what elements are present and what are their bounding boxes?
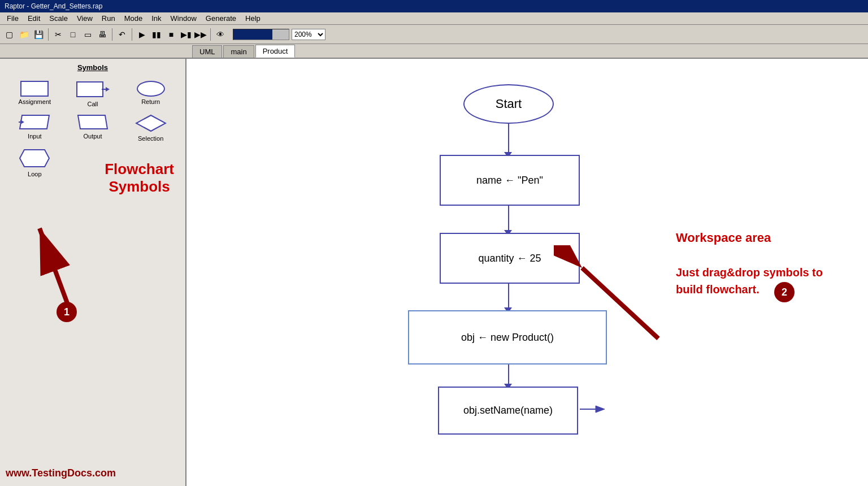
fc-qty-box: quantity ← 25 bbox=[440, 233, 580, 284]
workspace[interactable]: Start name ← "Pen" quantity ← 25 obj ← n… bbox=[186, 59, 868, 486]
svg-line-8 bbox=[40, 228, 68, 305]
workspace-annotation: Workspace area Just drag&drop symbols to… bbox=[676, 228, 823, 298]
call-shape-icon bbox=[76, 81, 110, 99]
symbol-output[interactable]: Output bbox=[65, 112, 121, 144]
qty-box-text: quantity ← 25 bbox=[478, 253, 541, 264]
symbol-return[interactable]: Return bbox=[123, 79, 179, 110]
menu-view[interactable]: View bbox=[72, 13, 97, 24]
workspace-description: Just drag&drop symbols to build flowchar… bbox=[676, 264, 823, 298]
sidebar: Symbols Assignment Call bbox=[0, 59, 186, 486]
call-arrow-svg bbox=[579, 401, 607, 418]
connector-qty-obj bbox=[508, 284, 509, 310]
menu-file[interactable]: File bbox=[2, 13, 23, 24]
website-label: www.TestingDocs.com bbox=[6, 467, 116, 479]
selection-shape-icon bbox=[135, 114, 167, 133]
selection-label: Selection bbox=[138, 135, 163, 142]
input-shape-icon bbox=[18, 114, 51, 131]
input-label: Input bbox=[28, 133, 41, 140]
symbol-input[interactable]: Input bbox=[7, 112, 63, 144]
title-text: Raptor - Getter_And_Setters.rap bbox=[5, 2, 102, 10]
menu-generate[interactable]: Generate bbox=[201, 13, 241, 24]
zoom-slider[interactable] bbox=[233, 29, 289, 40]
symbol-call[interactable]: Call bbox=[65, 79, 121, 110]
cut-button[interactable]: ✂ bbox=[51, 28, 65, 41]
copy-button[interactable]: □ bbox=[66, 28, 80, 41]
stop-button[interactable]: ■ bbox=[164, 28, 178, 41]
step-button[interactable]: ▶▮ bbox=[179, 28, 193, 41]
svg-marker-1 bbox=[106, 87, 110, 92]
name-box-text: name ← "Pen" bbox=[476, 175, 543, 186]
menu-run[interactable]: Run bbox=[97, 13, 120, 24]
play-button[interactable]: ▶ bbox=[135, 28, 149, 41]
output-label: Output bbox=[83, 133, 102, 140]
new-button[interactable]: ▢ bbox=[2, 28, 16, 41]
badge-1: 1 bbox=[57, 302, 77, 322]
print-button[interactable]: 🖶 bbox=[96, 28, 109, 41]
sep3 bbox=[132, 28, 132, 41]
flowchart-symbols-label: Flowchart Symbols bbox=[105, 160, 174, 196]
svg-marker-6 bbox=[20, 150, 49, 167]
annotation-arrow-1 bbox=[28, 217, 96, 307]
assignment-shape-icon bbox=[20, 81, 49, 97]
svg-rect-0 bbox=[77, 82, 103, 97]
menu-window[interactable]: Window bbox=[166, 13, 201, 24]
fc-start: Start bbox=[463, 84, 554, 124]
return-label: Return bbox=[141, 98, 160, 105]
assignment-label: Assignment bbox=[19, 98, 51, 105]
output-shape-icon bbox=[76, 114, 110, 131]
menu-scale[interactable]: Scale bbox=[45, 13, 72, 24]
call-label: Call bbox=[88, 101, 98, 107]
zoom-control: 200% 150% 100% 75% 50% bbox=[233, 29, 326, 40]
title-bar: Raptor - Getter_And_Setters.rap bbox=[0, 0, 868, 12]
tab-product[interactable]: Product bbox=[255, 45, 296, 58]
paste-button[interactable]: ▭ bbox=[81, 28, 94, 41]
tab-uml[interactable]: UML bbox=[192, 45, 222, 58]
fc-name-box: name ← "Pen" bbox=[440, 155, 580, 206]
fc-obj-box: obj ← new Product() bbox=[408, 310, 607, 364]
start-label: Start bbox=[496, 97, 522, 111]
zoom-select[interactable]: 200% 150% 100% 75% 50% bbox=[292, 29, 326, 40]
obj-box-text: obj ← new Product() bbox=[461, 332, 554, 344]
svg-marker-5 bbox=[136, 115, 166, 131]
pause-button[interactable]: ▮▮ bbox=[150, 28, 163, 41]
connector-start-name bbox=[508, 124, 509, 155]
tab-bar: UML main Product bbox=[0, 44, 868, 59]
sep1 bbox=[48, 28, 49, 41]
svg-marker-4 bbox=[78, 115, 107, 129]
tab-main[interactable]: main bbox=[223, 45, 254, 58]
menu-bar: File Edit Scale View Run Mode Ink Window… bbox=[0, 12, 868, 25]
return-shape-icon bbox=[137, 81, 165, 97]
loop-label: Loop bbox=[28, 171, 41, 177]
menu-help[interactable]: Help bbox=[241, 13, 265, 24]
main-layout: Symbols Assignment Call bbox=[0, 59, 868, 486]
toolbar: ▢ 📁 💾 ✂ □ ▭ 🖶 ↶ ▶ ▮▮ ■ ▶▮ ▶▶ 👁 200% 150%… bbox=[0, 25, 868, 44]
svg-marker-10 bbox=[596, 406, 605, 413]
fast-forward-button[interactable]: ▶▶ bbox=[194, 28, 207, 41]
symbol-selection[interactable]: Selection bbox=[123, 112, 179, 144]
undo-button[interactable]: ↶ bbox=[115, 28, 129, 41]
save-button[interactable]: 💾 bbox=[32, 28, 45, 41]
loop-shape-icon bbox=[19, 149, 50, 169]
menu-mode[interactable]: Mode bbox=[120, 13, 147, 24]
menu-edit[interactable]: Edit bbox=[23, 13, 45, 24]
workspace-title: Workspace area bbox=[676, 228, 823, 247]
sep4 bbox=[210, 28, 211, 41]
setname-box-text: obj.setName(name) bbox=[463, 405, 553, 416]
open-button[interactable]: 📁 bbox=[17, 28, 31, 41]
menu-ink[interactable]: Ink bbox=[147, 13, 166, 24]
badge-2: 2 bbox=[774, 282, 795, 302]
symbol-loop[interactable]: Loop bbox=[7, 146, 63, 180]
connector-name-qty bbox=[508, 206, 509, 233]
watch-button[interactable]: 👁 bbox=[214, 28, 227, 41]
symbol-assignment[interactable]: Assignment bbox=[7, 79, 63, 110]
sep2 bbox=[112, 28, 112, 41]
symbols-title: Symbols bbox=[5, 63, 181, 72]
fc-setname-box: obj.setName(name) bbox=[438, 387, 578, 435]
